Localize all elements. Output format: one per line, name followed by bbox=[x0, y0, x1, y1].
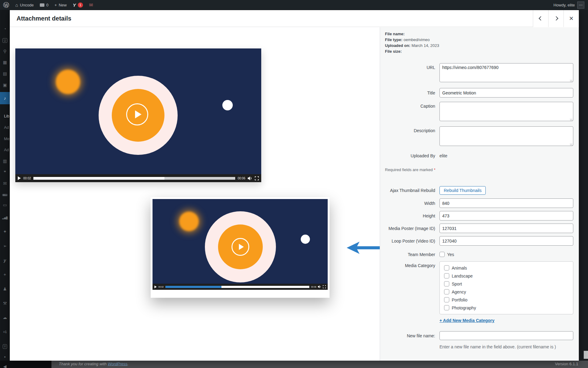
url-input[interactable]: https://vimeo.com/807677690 bbox=[439, 63, 573, 82]
current-time: 00:02 bbox=[23, 177, 31, 180]
loop-poster-input[interactable] bbox=[439, 236, 573, 246]
file-name-label: File name: bbox=[385, 32, 405, 36]
title-input[interactable] bbox=[439, 88, 573, 98]
uploaded-on-label: Uploaded on: bbox=[385, 43, 410, 48]
yoast-script-icon[interactable]: y bbox=[0, 258, 10, 263]
sidebar-item-media-cats[interactable]: Me bbox=[4, 136, 10, 141]
overlay-right-gap bbox=[579, 10, 588, 368]
uploaded-by-value: elite bbox=[439, 153, 573, 158]
uncode-glyph: U bbox=[2, 38, 7, 43]
close-modal-button[interactable]: × bbox=[564, 10, 579, 27]
loop-video-player[interactable]: 00:02 00:06 bbox=[153, 199, 328, 290]
page-scrollbar-thumb[interactable] bbox=[584, 351, 588, 359]
gallery-icon[interactable]: ▣ bbox=[0, 82, 10, 87]
yoast-menu[interactable]: Y 1 bbox=[70, 0, 86, 10]
category-label: Animals bbox=[452, 266, 467, 270]
sidebar-item-library[interactable]: Lib bbox=[4, 114, 10, 118]
play-button[interactable] bbox=[232, 238, 249, 256]
new-file-name-helper: Enter a new file name in the field above… bbox=[439, 344, 573, 349]
site-name: Uncode bbox=[20, 3, 34, 7]
posts-pin-icon[interactable]: ⚲ bbox=[0, 49, 10, 54]
caption-input[interactable] bbox=[439, 102, 573, 121]
paper-plane-icon[interactable]: ➢ bbox=[0, 243, 10, 248]
orange-glow-circle bbox=[56, 70, 80, 94]
team-member-checkbox[interactable] bbox=[439, 252, 445, 257]
collapse-icon[interactable]: ◀ bbox=[0, 364, 10, 368]
volume-icon[interactable] bbox=[318, 285, 321, 288]
ajax-thumbnail-rebuild-label: Ajax Thumbnail Rebuild bbox=[385, 188, 439, 193]
category-label: Photography bbox=[452, 305, 476, 310]
avatar[interactable]: — bbox=[577, 2, 584, 9]
width-input[interactable] bbox=[439, 198, 573, 208]
tools-icon[interactable]: ⚒ bbox=[0, 301, 10, 306]
width-label: Width bbox=[385, 201, 439, 206]
loop-player-controls: 00:02 00:06 bbox=[153, 284, 328, 290]
mail-icon[interactable]: ✉ bbox=[0, 181, 10, 186]
progress-bar[interactable] bbox=[33, 177, 235, 180]
new-label: New bbox=[59, 3, 67, 7]
category-label: Landscape bbox=[452, 274, 473, 278]
form-icon[interactable]: ▭ bbox=[0, 202, 10, 207]
woo-badge: Woo bbox=[2, 194, 8, 196]
media-poster-input[interactable] bbox=[439, 224, 573, 233]
previous-attachment-button[interactable] bbox=[533, 10, 548, 27]
current-time: 00:02 bbox=[158, 286, 164, 288]
fullscreen-icon[interactable] bbox=[323, 285, 326, 288]
height-input[interactable] bbox=[439, 211, 573, 220]
wordpress-logo-icon: Ⓦ bbox=[3, 2, 9, 8]
attachment-details-modal: Attachment details × 00:02 bbox=[10, 10, 579, 361]
category-sport-checkbox[interactable] bbox=[444, 281, 449, 286]
antenna-icon[interactable]: ⌖ bbox=[0, 272, 10, 277]
next-attachment-button[interactable] bbox=[548, 10, 564, 27]
pages-icon[interactable]: ▥ bbox=[0, 159, 10, 163]
uncode-icon[interactable]: U bbox=[0, 38, 10, 43]
home-icon: ⌂ bbox=[15, 2, 18, 8]
comments-menu[interactable]: 0 bbox=[37, 0, 51, 10]
category-portfolio-checkbox[interactable] bbox=[444, 297, 449, 302]
comments-icon[interactable]: ❞ bbox=[0, 170, 10, 175]
category-label: Agency bbox=[452, 289, 466, 294]
play-control-icon[interactable] bbox=[18, 176, 21, 180]
play-icon bbox=[135, 110, 141, 118]
blocks-icon[interactable]: ▦ bbox=[0, 60, 10, 65]
cloud-icon[interactable]: ☁ bbox=[0, 315, 10, 320]
category-agency-checkbox[interactable] bbox=[444, 289, 449, 294]
play-button[interactable] bbox=[126, 103, 148, 125]
volume-icon[interactable] bbox=[248, 176, 252, 180]
fullscreen-icon[interactable] bbox=[255, 176, 259, 180]
users-icon[interactable]: ♟ bbox=[0, 286, 10, 291]
new-file-name-input[interactable] bbox=[439, 331, 573, 340]
team-member-option-label: Yes bbox=[447, 252, 454, 257]
main-video-player[interactable]: 00:02 00:06 bbox=[15, 48, 261, 182]
progress-bar[interactable] bbox=[165, 286, 310, 288]
sidebar-item-add-category[interactable]: Ad bbox=[4, 148, 10, 152]
play-control-icon[interactable] bbox=[154, 286, 157, 288]
category-photography-checkbox[interactable] bbox=[444, 305, 449, 310]
add-new-media-category-link[interactable]: + Add New Media Category bbox=[439, 318, 495, 323]
plus-icon: + bbox=[55, 3, 57, 7]
wordpress-link[interactable]: WordPress bbox=[108, 362, 127, 366]
woocommerce-icon[interactable]: Woo bbox=[0, 192, 10, 197]
sidebar-item-add-new[interactable]: Ad bbox=[4, 125, 10, 130]
wp-logo-menu[interactable]: Ⓦ bbox=[0, 0, 12, 10]
category-animals-checkbox[interactable] bbox=[444, 265, 449, 270]
plus-one-icon[interactable]: +1 bbox=[0, 330, 10, 334]
howdy-label[interactable]: Howdy, elite bbox=[553, 3, 575, 7]
dashboard-icon[interactable]: ◔ bbox=[0, 26, 10, 31]
rebuild-thumbnails-button[interactable]: Rebuild Thumbnails bbox=[439, 186, 486, 195]
stats-icon[interactable]: ▂▅█ bbox=[0, 217, 10, 219]
layouts-icon[interactable]: ▤ bbox=[0, 71, 10, 76]
file-type-value: oembed/vimeo bbox=[404, 37, 430, 42]
new-content-menu[interactable]: + New bbox=[51, 0, 70, 10]
yoast-icon[interactable]: Y bbox=[0, 344, 10, 349]
category-label: Sport bbox=[452, 282, 462, 286]
sidebar-item-media-active[interactable]: ♪ bbox=[0, 92, 10, 104]
description-input[interactable] bbox=[439, 126, 573, 146]
category-landscape-checkbox[interactable] bbox=[444, 273, 449, 278]
site-menu[interactable]: ⌂ Uncode bbox=[12, 0, 37, 10]
marketing-icon[interactable]: ✦ bbox=[0, 229, 10, 234]
progress-fill bbox=[33, 177, 164, 180]
main-player-controls: 00:02 00:06 bbox=[15, 174, 261, 182]
mail-menu[interactable]: ✉ bbox=[86, 0, 96, 10]
category-label: Portfolio bbox=[452, 297, 467, 302]
